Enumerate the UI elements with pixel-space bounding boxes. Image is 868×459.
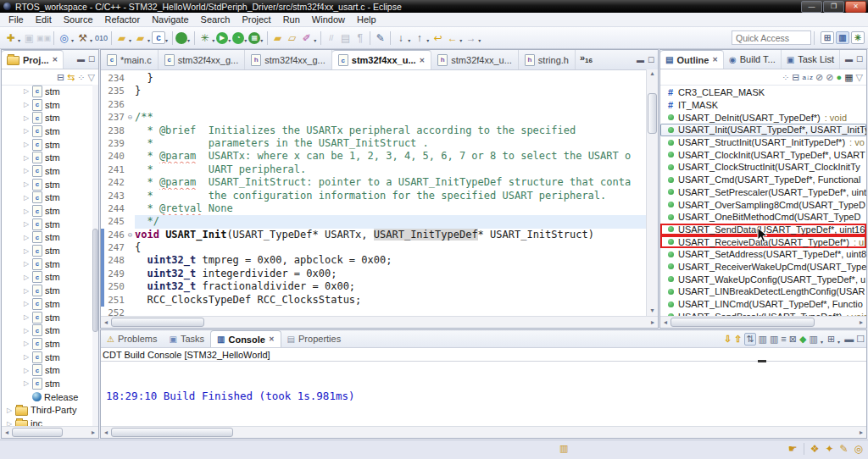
code-analysis-icon[interactable]: C xyxy=(175,32,187,44)
new-c-file-dropdown-icon[interactable]: ▾ xyxy=(165,37,168,43)
tree-item[interactable]: ▷cstm xyxy=(2,231,92,245)
line-number[interactable]: 237 xyxy=(101,111,125,124)
view-menu-arrow-icon[interactable]: ▽ xyxy=(856,72,863,83)
expander-icon[interactable]: ▷ xyxy=(23,379,30,387)
tab-project-explorer[interactable]: Proj... ✕ xyxy=(2,50,64,69)
expander-icon[interactable]: ▷ xyxy=(23,207,30,215)
title-bar[interactable]: RTOS_workspace - C/C++ - STM32_HelloWorl… xyxy=(0,0,868,13)
outline-horizontal-scrollbar[interactable]: ◂ ▸ xyxy=(660,316,866,328)
editor-tab[interactable]: hstring.h xyxy=(519,50,576,69)
collapse-all-icon[interactable]: ⊟ xyxy=(57,72,64,83)
outline-item[interactable]: USART_LINCmd(USART_TypeDef*, Functio xyxy=(660,298,866,311)
close-window-button[interactable]: ✕ xyxy=(845,1,866,13)
tree-item[interactable]: ▷cstm xyxy=(2,377,92,390)
new-cpp-project-icon[interactable]: ▰ xyxy=(133,30,147,45)
line-number[interactable]: 243 xyxy=(101,190,125,202)
explorer-horizontal-scrollbar[interactable]: ◂ ▸ xyxy=(2,426,98,438)
minimize-view-icon[interactable]: ▬ xyxy=(844,334,854,344)
link-with-editor-icon[interactable]: ⇆ xyxy=(67,72,75,83)
expander-icon[interactable]: ▷ xyxy=(23,274,30,281)
expander-icon[interactable]: ▷ xyxy=(23,114,30,122)
line-number[interactable]: 236 xyxy=(101,98,125,111)
editor-tab[interactable]: c*main.c xyxy=(101,50,159,69)
close-icon[interactable]: ✕ xyxy=(712,56,718,64)
tree-item[interactable]: ▷cstm xyxy=(2,85,92,98)
sort-icon[interactable]: a↓z xyxy=(803,74,813,81)
show-stderr-change-icon[interactable]: ▥ xyxy=(770,334,778,345)
line-number[interactable]: 239 xyxy=(101,137,125,150)
close-icon[interactable]: ✕ xyxy=(269,335,275,343)
tab-build-t-[interactable]: ◉Build T... xyxy=(724,50,782,69)
tree-item[interactable]: ▷cstm xyxy=(2,257,92,271)
outline-item[interactable]: USART_OverSampling8Cmd(USART_TypeD xyxy=(660,198,866,211)
debug-dropdown-icon[interactable]: ▾ xyxy=(212,37,214,43)
hide-non-public-icon[interactable]: ● xyxy=(836,72,842,82)
line-number[interactable]: 240 xyxy=(101,150,125,163)
open-perspective-icon[interactable]: ⊞ xyxy=(821,31,834,44)
menu-run[interactable]: Run xyxy=(277,14,306,25)
explorer-vertical-scrollbar[interactable] xyxy=(92,85,98,427)
line-number[interactable]: 247 xyxy=(101,241,125,254)
menu-project[interactable]: Project xyxy=(236,14,276,25)
minimize-view-icon[interactable]: ▬ xyxy=(77,55,85,64)
expander-icon[interactable]: ▷ xyxy=(23,340,30,347)
tree-item[interactable]: ▷cstm xyxy=(2,111,92,124)
tab-console[interactable]: ▥Console✕ xyxy=(210,330,281,347)
menu-navigate[interactable]: Navigate xyxy=(146,14,194,25)
tab-properties[interactable]: ▤Properties xyxy=(281,330,348,347)
scroll-to-top-icon[interactable]: ⇧ xyxy=(734,334,742,345)
tree-item[interactable]: ▷cstm xyxy=(2,98,92,112)
hide-fields-icon[interactable]: ⊘ xyxy=(815,72,823,83)
maximize-view-icon[interactable]: ☐ xyxy=(856,334,865,345)
tree-item[interactable]: ▷cstm xyxy=(2,244,92,257)
profile-dropdown-icon[interactable]: ▾ xyxy=(244,37,247,43)
samples-icon[interactable]: ✎ xyxy=(839,443,848,455)
menu-search[interactable]: Search xyxy=(195,14,236,25)
pin-console-icon[interactable]: ◆ xyxy=(799,334,806,345)
collapse-all-icon[interactable]: ⊟ xyxy=(792,72,799,83)
forward-dropdown-icon[interactable]: ▾ xyxy=(478,37,481,43)
tab-problems[interactable]: ⚠Problems xyxy=(101,330,163,347)
line-number[interactable]: 238 xyxy=(101,124,125,137)
tree-item[interactable]: ▷cstm xyxy=(2,124,92,138)
tree-item[interactable]: ▷cstm xyxy=(2,324,92,337)
code-analysis-dropdown-icon[interactable]: ▾ xyxy=(187,37,190,43)
open-resource-icon[interactable]: ▱ xyxy=(285,30,299,45)
expander-icon[interactable]: ▷ xyxy=(23,167,30,174)
outline-item[interactable]: USART_ClockStructInit(USART_ClockInitTy xyxy=(660,161,866,174)
fold-collapse-icon[interactable]: ⊖ xyxy=(125,111,135,124)
outline-item[interactable]: USART_StructInit(USART_InitTypeDef*) : v… xyxy=(660,136,866,149)
line-number[interactable]: 249 xyxy=(101,268,125,280)
outline-item[interactable]: USART_ClockInit(USART_TypeDef*, USART xyxy=(660,148,866,161)
build-all-icon[interactable]: 010 xyxy=(94,30,108,45)
tree-item[interactable]: ▷cstm xyxy=(2,337,92,351)
new-c-project-icon[interactable]: ▰ xyxy=(114,30,129,45)
expander-icon[interactable]: ▷ xyxy=(23,300,30,307)
editor-tab[interactable]: hstm32f4xx_u... xyxy=(431,50,519,69)
cpp-perspective-icon[interactable]: ▥ xyxy=(836,31,849,44)
minimize-window-button[interactable]: — xyxy=(801,1,822,13)
mark-occurrences-icon[interactable]: ✎ xyxy=(373,30,387,45)
outline-item[interactable]: USART_ReceiverWakeUpCmd(USART_Type xyxy=(660,261,866,274)
tree-item[interactable]: ▷cstm xyxy=(2,164,92,178)
expander-icon[interactable]: ▷ xyxy=(23,367,30,374)
run-icon[interactable]: ▶ xyxy=(216,32,228,44)
tab-overflow-chevron[interactable]: »16 xyxy=(576,50,595,69)
debug-perspective-icon[interactable]: ✳ xyxy=(851,31,865,44)
coverage-icon[interactable]: ▦ xyxy=(248,32,260,44)
tree-item[interactable]: ▷cstm xyxy=(2,218,92,231)
expander-icon[interactable]: ▷ xyxy=(23,101,30,108)
tree-item[interactable]: ▷cstm xyxy=(2,363,92,377)
new-c-file-icon[interactable]: c xyxy=(152,31,165,44)
editor-vertical-scrollbar[interactable]: ▴▾ xyxy=(646,69,658,317)
manage-configs-icon[interactable]: ◎ xyxy=(57,30,71,45)
expander-icon[interactable]: ▷ xyxy=(23,87,30,95)
back-dropdown-icon[interactable]: ▾ xyxy=(459,37,462,43)
outline-item[interactable]: USART_Cmd(USART_TypeDef*, Functional xyxy=(660,174,866,186)
display-console-dropdown-icon[interactable]: ▾ xyxy=(821,339,823,345)
open-console-dropdown-icon[interactable]: ▾ xyxy=(837,339,840,345)
manage-configs-dropdown-icon[interactable]: ▾ xyxy=(71,37,74,43)
open-console-icon[interactable]: ⊞ xyxy=(827,334,835,345)
outline-item[interactable]: #IT_MASK xyxy=(660,99,866,112)
outline-item[interactable]: USART_OneBitMethodCmd(USART_TypeD xyxy=(660,211,866,224)
